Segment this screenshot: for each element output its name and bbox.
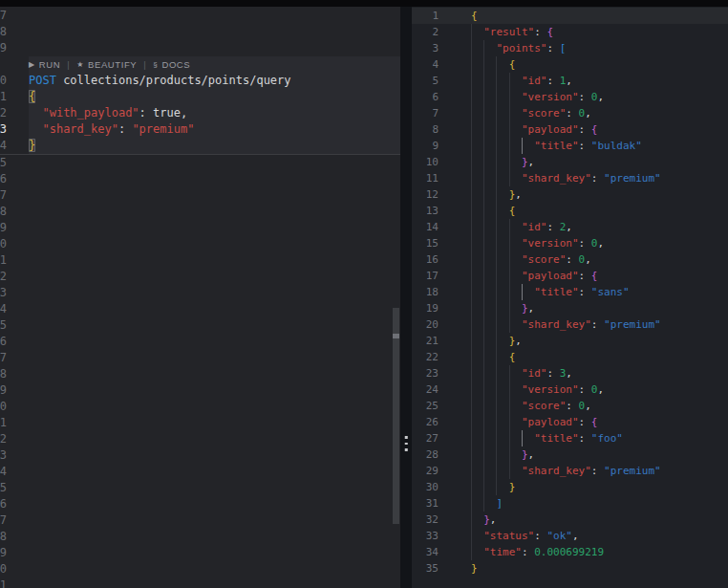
response-line[interactable]: 12}, [412,186,728,203]
response-line[interactable]: 5"id": 1, [412,73,728,89]
code-line-content[interactable]: "id": 3, [439,365,572,381]
code-line-content[interactable] [29,480,400,496]
response-line[interactable]: 28}, [412,446,728,463]
code-line-content[interactable]: } [439,479,515,495]
editor-line[interactable]: 21{ [0,89,400,105]
code-line-content[interactable]: "shard_key": "premium" [439,170,661,186]
response-line[interactable]: 24"version": 0, [412,381,728,398]
code-line-content[interactable]: { [439,56,515,73]
editor-line[interactable]: 50 [0,561,400,577]
editor-line[interactable]: 29 [0,220,400,236]
response-line[interactable]: 26"payload": { [412,414,728,430]
editor-line[interactable]: 43 [0,447,400,464]
editor-line[interactable]: 46 [0,496,400,512]
code-line-content[interactable]: }, [439,186,522,203]
panel-splitter[interactable] [400,7,412,588]
editor-line[interactable]: 24} [0,138,400,154]
response-line[interactable]: 30} [412,479,728,495]
response-code-lines[interactable]: 1{2"result": {3"points": [4{5"id": 1,6"v… [412,7,728,577]
code-line-content[interactable] [29,334,400,350]
response-line[interactable]: 3"points": [ [412,40,728,56]
scrollbar-thumb[interactable] [393,308,399,524]
code-line-content[interactable] [29,512,400,529]
editor-line[interactable]: 42 [0,431,400,447]
code-line-content[interactable]: "payload": { [439,414,597,430]
response-line[interactable]: 11"shard_key": "premium" [412,170,728,186]
code-line-content[interactable]: "version": 0, [439,381,604,398]
code-line-content[interactable] [29,40,400,56]
response-line[interactable]: 33"status": "ok", [412,528,728,544]
request-editor-panel[interactable]: 171819 ▶RUN | ★BEAUTIFY | §DOCS 20POST c… [0,7,400,588]
editor-line[interactable]: 19 [0,40,400,56]
editor-line[interactable]: 28 [0,204,400,220]
editor-line[interactable]: 39 [0,382,400,399]
response-line[interactable]: 19}, [412,300,728,316]
editor-line[interactable]: 51 [0,577,400,588]
code-line-content[interactable]: ] [439,495,503,512]
response-line[interactable]: 35} [412,560,728,577]
editor-line[interactable]: 34 [0,301,400,317]
response-line[interactable]: 29"shard_key": "premium" [412,463,728,479]
code-line-content[interactable] [29,529,400,545]
editor-line[interactable]: 31 [0,252,400,269]
response-line[interactable]: 16"score": 0, [412,251,728,268]
editor-line[interactable]: 45 [0,480,400,496]
editor-line[interactable]: 41 [0,415,400,431]
code-line-content[interactable] [29,447,400,464]
response-line[interactable]: 23"id": 3, [412,365,728,381]
code-line-content[interactable]: "payload": { [439,121,597,138]
response-line[interactable]: 17"payload": { [412,268,728,284]
code-line-content[interactable]: POST collections/products/points/query [29,73,400,89]
code-line-content[interactable] [29,269,400,285]
response-line[interactable]: 1{ [412,8,728,24]
editor-line[interactable]: 18 [0,24,400,40]
editor-line[interactable]: 44 [0,464,400,480]
response-line[interactable]: 27"title": "foo" [412,430,728,446]
editor-line[interactable]: 36 [0,334,400,350]
response-line[interactable]: 9"title": "buldak" [412,138,728,154]
editor-line[interactable]: 20POST collections/products/points/query [0,73,400,89]
response-viewer-panel[interactable]: 1{2"result": {3"points": [4{5"id": 1,6"v… [412,7,728,588]
response-line[interactable]: 2"result": { [412,24,728,40]
code-line-content[interactable]: "score": 0, [439,398,591,414]
editor-line[interactable]: 48 [0,529,400,545]
response-line[interactable]: 6"version": 0, [412,89,728,105]
editor-line[interactable]: 30 [0,236,400,252]
editor-line[interactable]: 32 [0,269,400,285]
code-line-content[interactable]: } [439,560,478,577]
code-line-content[interactable] [29,220,400,236]
code-line-content[interactable]: "id": 2, [439,219,572,235]
code-line-content[interactable] [29,366,400,382]
editor-line[interactable]: 27 [0,187,400,204]
code-line-content[interactable]: "score": 0, [439,251,591,268]
response-line[interactable]: 15"version": 0, [412,235,728,251]
code-line-content[interactable] [29,399,400,415]
code-line-content[interactable]: }, [439,154,534,170]
code-line-content[interactable] [29,431,400,447]
response-line[interactable]: 10}, [412,154,728,170]
code-line-content[interactable]: "time": 0.000699219 [439,544,604,560]
code-line-content[interactable]: "id": 1, [439,73,572,89]
code-line-content[interactable] [29,285,400,301]
code-line-content[interactable]: "points": [ [439,40,566,56]
code-line-content[interactable] [29,24,400,40]
code-line-content[interactable]: "title": "sans" [439,284,630,300]
response-line[interactable]: 25"score": 0, [412,398,728,414]
code-line-content[interactable] [29,301,400,317]
code-line-content[interactable] [29,350,400,366]
code-line-content[interactable]: "version": 0, [439,89,604,105]
code-line-content[interactable]: "status": "ok", [439,528,579,544]
code-line-content[interactable] [29,187,400,204]
code-line-content[interactable] [29,204,400,220]
response-line[interactable]: 4{ [412,56,728,73]
response-line[interactable]: 31] [412,495,728,512]
editor-line[interactable]: 23 "shard_key": "premium" [0,121,400,138]
code-line-content[interactable] [29,171,400,187]
code-line-content[interactable] [29,155,400,171]
response-line[interactable]: 18"title": "sans" [412,284,728,300]
code-line-content[interactable]: "version": 0, [439,235,604,251]
code-line-content[interactable] [29,464,400,480]
response-line[interactable]: 21}, [412,333,728,349]
code-line-content[interactable]: "score": 0, [439,105,591,121]
editor-line[interactable]: 22 "with_payload": true, [0,105,400,121]
